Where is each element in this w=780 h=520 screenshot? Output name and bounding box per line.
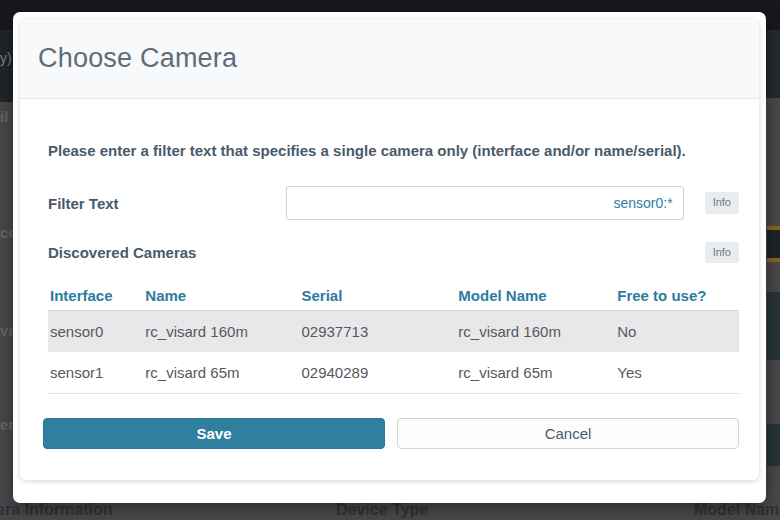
dialog-actions: Save Cancel xyxy=(43,418,739,449)
table-cell: sensor0 xyxy=(48,311,143,353)
camera-table: InterfaceNameSerialModel NameFree to use… xyxy=(48,287,739,394)
dialog-body: Please enter a filter text that specifie… xyxy=(20,99,759,449)
table-cell: Yes xyxy=(615,352,739,394)
background-panel-edge xyxy=(766,30,780,98)
column-header: Model Name xyxy=(456,287,615,311)
discovered-cameras-label: Discovered Cameras xyxy=(48,244,196,261)
table-cell: sensor1 xyxy=(48,352,143,394)
discovered-cameras-row: Discovered Cameras Info xyxy=(48,242,739,263)
save-button[interactable]: Save xyxy=(43,418,385,449)
filter-text-label: Filter Text xyxy=(48,195,286,212)
table-cell: 02937713 xyxy=(300,311,457,353)
background-table-headers: era Information Device Type Model Name xyxy=(0,501,780,520)
background-header-edge xyxy=(0,30,13,102)
table-cell: rc_visard 65m xyxy=(143,352,299,394)
background-text-fragment: y) xyxy=(0,50,12,66)
dialog-header: Choose Camera xyxy=(20,19,759,99)
filter-description: Please enter a filter text that specifie… xyxy=(48,142,739,159)
background-panel-edge xyxy=(767,424,780,466)
filter-text-row: Filter Text Info xyxy=(48,186,739,220)
column-header: Name xyxy=(143,287,299,311)
dialog-title: Choose Camera xyxy=(38,43,237,74)
column-header: Interface xyxy=(48,287,143,311)
dialog-content: Choose Camera Please enter a filter text… xyxy=(20,19,759,480)
filter-info-button[interactable]: Info xyxy=(705,192,739,213)
table-row[interactable]: sensor1rc_visard 65m02940289rc_visard 65… xyxy=(48,352,739,394)
table-cell: 02940289 xyxy=(300,352,457,394)
background-panel-edge xyxy=(767,292,780,360)
background-label-model-name: Model Name xyxy=(694,501,780,519)
background-label-device-type: Device Type xyxy=(336,501,428,519)
table-cell: rc_visard 160m xyxy=(143,311,299,353)
background-label-camera-information: era Information xyxy=(0,501,112,519)
camera-table-body: sensor0rc_visard 160m02937713rc_visard 1… xyxy=(48,311,739,394)
table-row[interactable]: sensor0rc_visard 160m02937713rc_visard 1… xyxy=(48,311,739,353)
table-cell: rc_visard 65m xyxy=(456,352,615,394)
discovered-info-button[interactable]: Info xyxy=(705,242,739,263)
cancel-button[interactable]: Cancel xyxy=(397,418,739,449)
table-cell: rc_visard 160m xyxy=(456,311,615,353)
choose-camera-dialog: Choose Camera Please enter a filter text… xyxy=(13,12,766,503)
table-cell: No xyxy=(615,311,739,353)
column-header: Serial xyxy=(300,287,457,311)
camera-table-head-row: InterfaceNameSerialModel NameFree to use… xyxy=(48,287,739,311)
column-header: Free to use? xyxy=(615,287,739,311)
background-text-fragment: il xyxy=(0,108,8,125)
filter-text-input[interactable] xyxy=(286,186,684,220)
background-button-edge xyxy=(767,226,780,262)
